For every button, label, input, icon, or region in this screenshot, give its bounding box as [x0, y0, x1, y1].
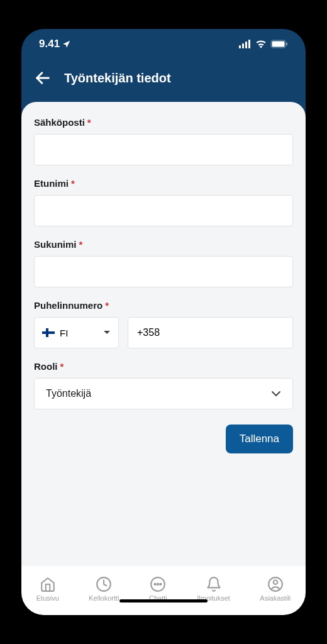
phone-input[interactable] [128, 317, 293, 348]
chat-icon [150, 576, 166, 592]
bottom-nav: Etusivu Kellokortti Chatti Ilmoitukset A… [21, 566, 306, 615]
email-input[interactable] [34, 134, 293, 165]
status-indicators [239, 40, 288, 48]
chevron-down-icon [271, 391, 281, 397]
role-select[interactable]: Työntekijä [34, 378, 293, 409]
firstname-group: Etunimi * [34, 178, 293, 226]
nav-home[interactable]: Etusivu [36, 576, 59, 602]
phone-group: Puhelinnumero * FI [34, 300, 293, 348]
user-icon [267, 576, 284, 592]
bell-icon [206, 576, 222, 592]
svg-rect-5 [272, 42, 285, 47]
lastname-input[interactable] [34, 256, 293, 287]
lastname-label: Sukunimi * [34, 239, 293, 250]
phone-label: Puhelinnumero * [34, 300, 293, 311]
status-bar: 9.41 [21, 29, 306, 59]
save-button[interactable]: Tallenna [226, 425, 293, 453]
home-indicator[interactable] [119, 599, 208, 602]
required-marker: * [79, 239, 83, 250]
battery-icon [270, 40, 288, 48]
required-marker: * [71, 178, 75, 189]
chevron-down-icon [103, 330, 111, 335]
svg-point-14 [274, 580, 278, 584]
required-marker: * [105, 300, 109, 311]
status-time: 9.41 [39, 38, 71, 50]
svg-point-10 [155, 583, 156, 584]
email-label: Sähköposti * [34, 117, 293, 128]
svg-rect-1 [242, 43, 244, 48]
nav-notify[interactable]: Ilmoitukset [197, 576, 230, 602]
nav-clock[interactable]: Kellokortti [89, 576, 119, 602]
clock-icon [96, 576, 112, 592]
svg-rect-6 [286, 43, 287, 46]
svg-point-12 [160, 583, 162, 584]
svg-rect-2 [245, 42, 247, 48]
lastname-group: Sukunimi * [34, 239, 293, 287]
signal-icon [239, 40, 252, 48]
required-marker: * [60, 361, 64, 372]
nav-chat[interactable]: Chatti [149, 576, 167, 602]
svg-rect-0 [239, 45, 241, 48]
location-icon [62, 40, 71, 48]
email-group: Sähköposti * [34, 117, 293, 165]
flag-fi-icon [42, 328, 55, 337]
role-value: Työntekijä [46, 388, 91, 399]
role-group: Rooli * Työntekijä [34, 361, 293, 409]
nav-clock-label: Kellokortti [89, 594, 119, 602]
page-title: Työntekijän tiedot [64, 71, 171, 86]
nav-home-label: Etusivu [36, 594, 59, 602]
firstname-input[interactable] [34, 195, 293, 226]
nav-account-label: Asiakastili [260, 594, 291, 602]
role-label: Rooli * [34, 361, 293, 372]
home-icon [40, 576, 56, 592]
svg-rect-3 [248, 40, 250, 48]
required-marker: * [87, 117, 91, 128]
header: Työntekijän tiedot [21, 59, 306, 102]
nav-account[interactable]: Asiakastili [260, 576, 291, 602]
country-select[interactable]: FI [34, 317, 119, 348]
time-text: 9.41 [39, 38, 60, 50]
country-code: FI [60, 328, 68, 338]
wifi-icon [255, 40, 267, 48]
back-arrow-icon[interactable] [34, 69, 52, 87]
firstname-label: Etunimi * [34, 178, 293, 189]
svg-point-11 [157, 583, 158, 584]
form-content: Sähköposti * Etunimi * Sukunimi * [21, 102, 306, 566]
